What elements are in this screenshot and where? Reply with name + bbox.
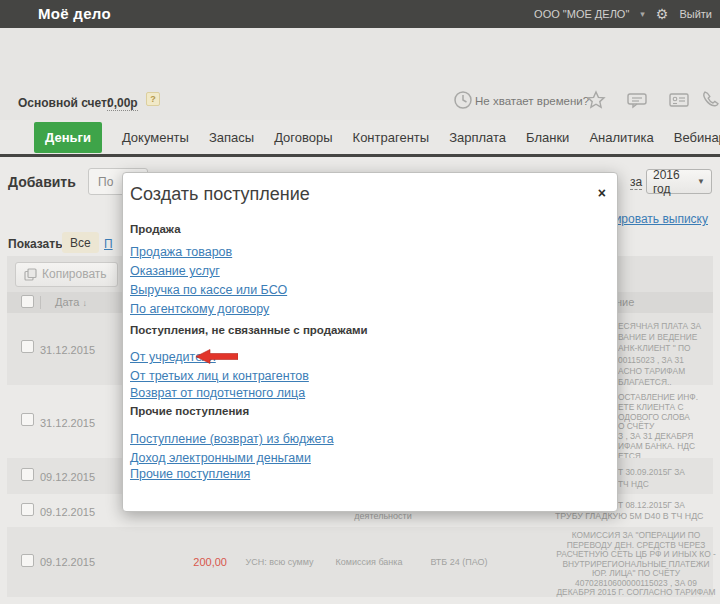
- cell-date: 09.12.2015: [40, 506, 95, 518]
- select-all-checkbox[interactable]: [21, 295, 34, 308]
- account-balance-link[interactable]: 0,00р: [107, 96, 138, 111]
- link-sale-of-goods[interactable]: Продажа товаров: [130, 245, 232, 259]
- section-sales: Продажа: [130, 223, 181, 235]
- row-checkbox[interactable]: [21, 468, 34, 481]
- company-dropdown[interactable]: ООО "МОЕ ДЕЛО": [534, 8, 629, 20]
- year-select-value: 2016 год: [653, 168, 697, 196]
- chat-icon[interactable]: [626, 90, 648, 110]
- copy-button[interactable]: Копировать: [15, 262, 118, 287]
- chevron-down-icon: ▼: [697, 177, 705, 186]
- cell-date: 31.12.2015: [40, 417, 95, 429]
- row-checkbox[interactable]: [21, 503, 34, 516]
- app-logo[interactable]: Моё дело: [38, 5, 111, 22]
- main-nav: Деньги Документы Запасы Договоры Контраг…: [0, 120, 720, 157]
- row-checkbox[interactable]: [21, 413, 34, 426]
- link-cash-revenue[interactable]: Выручка по кассе или БСО: [130, 283, 287, 297]
- cell-tax: УСН: всю сумму: [232, 557, 327, 567]
- sort-desc-icon: ↓: [82, 298, 87, 308]
- tab-forms[interactable]: Бланки: [526, 130, 569, 145]
- cell-basis-line1: Т 08.12.2015Г ЗА: [618, 500, 685, 510]
- cell-basis: КОМИССИЯ ЗА "ОПЕРАЦИИ ПО ПЕРЕВОДУ ДЕН. С…: [555, 531, 717, 604]
- tab-salary[interactable]: Зарплата: [449, 130, 506, 145]
- gear-icon[interactable]: ⚙: [656, 7, 669, 21]
- column-header-basis: ние: [616, 296, 634, 308]
- link-agency-contract[interactable]: По агентскому договору: [130, 302, 269, 316]
- contact-card-icon[interactable]: [668, 90, 690, 110]
- create-receipt-modal: Создать поступление × Продажа Продажа то…: [122, 172, 618, 512]
- tab-analytics[interactable]: Аналитика: [589, 130, 653, 145]
- tab-contracts[interactable]: Договоры: [274, 130, 332, 145]
- link-e-money-income[interactable]: Доход электронными деньгами: [130, 451, 311, 465]
- cell-date: 09.12.2015: [40, 556, 95, 568]
- cell-activity: деятельности: [343, 511, 423, 521]
- cell-date: 31.12.2015: [40, 344, 95, 356]
- modal-title: Создать поступление: [130, 184, 310, 205]
- logout-button[interactable]: Выйти: [679, 8, 712, 20]
- copy-icon: [24, 268, 37, 281]
- section-non-sales: Поступления, не связанные с продажами: [130, 324, 368, 336]
- close-icon[interactable]: ×: [598, 186, 606, 200]
- cell-basis: ЕСЯЧНАЯ ПЛАТА ЗА ВАНИЕ И ВЕДЕНИЕ АНК-КЛИ…: [618, 321, 701, 388]
- filter-all-chip[interactable]: Все: [62, 232, 99, 253]
- cell-amount: 200,00: [177, 556, 227, 568]
- help-icon[interactable]: ?: [146, 92, 160, 106]
- clock-icon: [452, 90, 474, 110]
- tab-counterparties[interactable]: Контрагенты: [353, 130, 430, 145]
- cell-counterparty: ВТБ 24 (ПАО): [414, 557, 504, 567]
- promo-text: Не хватает времени?: [475, 95, 589, 107]
- tab-webinars[interactable]: Вебинары: [674, 130, 720, 145]
- link-accountable-person-return[interactable]: Возврат от подотчетного лица: [130, 386, 305, 400]
- link-budget-return[interactable]: Поступление (возврат) из бюджета: [130, 432, 334, 446]
- row-checkbox[interactable]: [21, 340, 34, 353]
- star-icon[interactable]: [585, 90, 607, 110]
- account-bar: Основной счет: 0,00р ? Не хватает времен…: [0, 28, 720, 120]
- section-other: Прочие поступления: [130, 405, 249, 417]
- chevron-down-icon[interactable]: ▾: [640, 9, 645, 19]
- tab-documents[interactable]: Документы: [122, 130, 189, 145]
- copy-button-label: Копировать: [42, 267, 107, 281]
- year-select[interactable]: 2016 год ▼: [646, 169, 712, 194]
- cell-basis-line2: ТРУБУ ГЛАДКУЮ 5М D40 В ТЧ НДС: [555, 511, 703, 521]
- cell-basis: ОСТАВЛЕНИЕ ИНФ. ЕТЕ КЛИЕНТА С ОДОВОГО СЛ…: [618, 393, 698, 462]
- link-other-receipts[interactable]: Прочие поступления: [130, 467, 250, 481]
- account-label: Основной счет:: [18, 96, 111, 110]
- link-services[interactable]: Оказание услуг: [130, 264, 220, 278]
- phone-icon[interactable]: [700, 90, 720, 110]
- add-label: Добавить: [8, 174, 76, 190]
- cell-basis: Т 30.09.2015Г ЗА ТЧ НДС: [618, 467, 685, 490]
- cell-date: 09.12.2015: [40, 471, 95, 483]
- filter-label: Показать:: [8, 237, 67, 251]
- red-arrow-annotation: [196, 349, 238, 364]
- filter-receipts-link[interactable]: П: [104, 237, 113, 251]
- column-header-date[interactable]: Дата ↓: [55, 296, 87, 308]
- table-row-partial: [7, 597, 713, 604]
- link-third-parties[interactable]: От третьих лиц и контрагентов: [130, 369, 309, 383]
- top-bar: Моё дело ООО "МОЕ ДЕЛО" ▾ ⚙ Выйти: [0, 0, 720, 28]
- row-checkbox[interactable]: [21, 554, 34, 567]
- tab-stocks[interactable]: Запасы: [209, 130, 254, 145]
- tab-money[interactable]: Деньги: [34, 122, 102, 153]
- cell-operation: Комиссия банка: [324, 557, 414, 567]
- divider: [40, 296, 41, 309]
- period-toggle[interactable]: за: [630, 175, 642, 190]
- table-row[interactable]: 09.12.2015 200,00 УСН: всю сумму Комисси…: [7, 527, 713, 597]
